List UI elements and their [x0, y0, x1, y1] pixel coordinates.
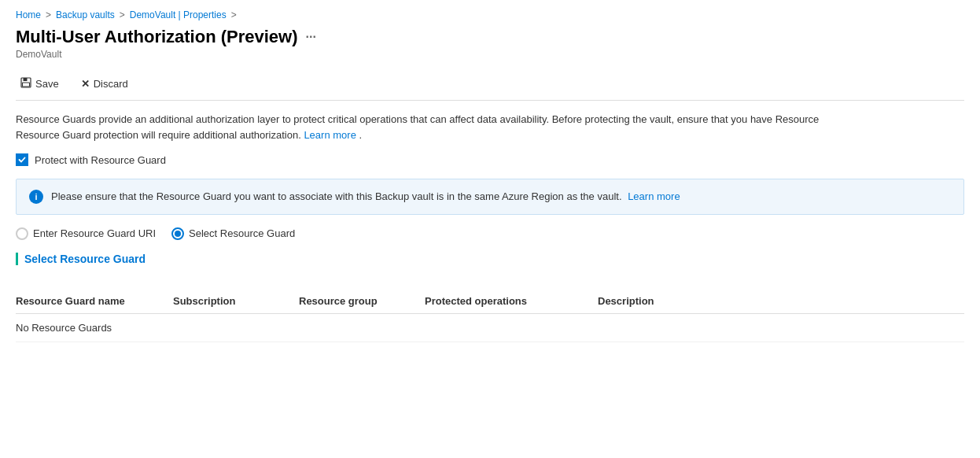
table-row: No Resource Guards — [16, 314, 964, 342]
resource-guard-table: Resource Guard name Subscription Resourc… — [16, 289, 964, 342]
toolbar: Save ✕ Discard — [16, 68, 964, 101]
save-label: Save — [35, 78, 59, 90]
table-header: Resource Guard name Subscription Resourc… — [16, 289, 964, 314]
learn-more-link-2[interactable]: Learn more — [628, 190, 680, 202]
breadcrumb: Home > Backup vaults > DemoVault | Prope… — [16, 9, 964, 20]
table-cell-rg — [299, 322, 425, 334]
svg-rect-2 — [23, 83, 30, 87]
table-cell-no-guards: No Resource Guards — [16, 322, 173, 334]
info-banner: i Please ensure that the Resource Guard … — [16, 179, 964, 215]
breadcrumb-backup-vaults[interactable]: Backup vaults — [56, 9, 115, 20]
svg-rect-1 — [24, 78, 28, 81]
select-resource-guard-link[interactable]: Select Resource Guard — [16, 253, 146, 265]
radio-group: Enter Resource Guard URI Select Resource… — [16, 227, 964, 240]
col-header-resource-group: Resource group — [299, 295, 425, 307]
learn-more-link-1[interactable]: Learn more — [304, 129, 356, 141]
radio-uri[interactable]: Enter Resource Guard URI — [16, 227, 156, 240]
info-banner-text: Please ensure that the Resource Guard yo… — [51, 189, 680, 205]
discard-icon: ✕ — [81, 78, 90, 90]
save-icon — [20, 77, 31, 90]
table-cell-ops — [425, 322, 598, 334]
more-options-icon[interactable]: ··· — [306, 30, 316, 44]
discard-label: Discard — [94, 78, 128, 90]
info-banner-content: Please ensure that the Resource Guard yo… — [51, 190, 622, 202]
description-line2: Resource Guard protection will require a… — [16, 129, 301, 141]
radio-uri-label: Enter Resource Guard URI — [33, 227, 156, 239]
radio-select-circle[interactable] — [171, 227, 184, 240]
breadcrumb-separator-2: > — [120, 9, 125, 20]
table-cell-sub — [173, 322, 299, 334]
info-icon: i — [29, 190, 43, 204]
radio-select[interactable]: Select Resource Guard — [171, 227, 295, 240]
table-cell-desc — [598, 322, 964, 334]
breadcrumb-separator-1: > — [46, 9, 51, 20]
protect-checkbox[interactable] — [16, 153, 28, 166]
col-header-name: Resource Guard name — [16, 295, 173, 307]
page-title-container: Multi-User Authorization (Preview) ··· — [16, 27, 964, 47]
description-suffix: . — [356, 129, 362, 141]
breadcrumb-separator-3: > — [231, 9, 237, 20]
radio-select-label: Select Resource Guard — [189, 227, 295, 239]
protect-checkbox-label: Protect with Resource Guard — [35, 154, 166, 166]
description-text: Resource Guards provide an additional au… — [16, 112, 964, 142]
discard-button[interactable]: ✕ Discard — [76, 75, 133, 93]
radio-uri-circle[interactable] — [16, 227, 28, 240]
breadcrumb-home[interactable]: Home — [16, 9, 41, 20]
save-button[interactable]: Save — [16, 74, 64, 94]
description-line1: Resource Guards provide an additional au… — [16, 113, 819, 125]
page-subtitle: DemoVault — [16, 49, 964, 60]
col-header-description: Description — [598, 295, 964, 307]
page-title: Multi-User Authorization (Preview) — [16, 27, 298, 47]
protect-checkbox-row[interactable]: Protect with Resource Guard — [16, 153, 964, 166]
col-header-protected-ops: Protected operations — [425, 295, 598, 307]
col-header-subscription: Subscription — [173, 295, 299, 307]
breadcrumb-demovault-properties[interactable]: DemoVault | Properties — [130, 9, 227, 20]
